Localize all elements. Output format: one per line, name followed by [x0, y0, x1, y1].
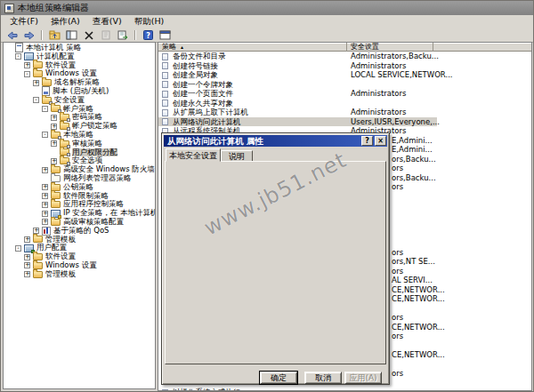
toolbar: ? [1, 28, 533, 43]
security-setting-cell: E,Admini... [392, 136, 433, 146]
expander-icon[interactable]: + [51, 124, 57, 130]
policy-doc-icon [162, 91, 168, 98]
folder-icon [33, 262, 43, 269]
expander-icon[interactable]: + [51, 115, 57, 121]
list-row[interactable]: 备份文件和目录Administrators,Backu... [158, 52, 531, 61]
expander-icon[interactable]: - [24, 71, 30, 77]
help-icon[interactable]: ? [141, 29, 156, 41]
folder-icon [33, 70, 43, 77]
list-row[interactable]: 创建符号链接Administrators [158, 61, 531, 71]
folder-lock-icon [42, 97, 52, 104]
tree-item[interactable]: +管理模板 [4, 270, 155, 279]
security-setting-cell: LOCAL SERVICE,NETWOR... [351, 70, 453, 80]
expander-icon[interactable]: + [24, 254, 30, 260]
tree-item-label: 管理模板 [45, 270, 76, 279]
expander-icon[interactable]: + [42, 167, 48, 173]
tree-item[interactable]: -用户配置 [4, 244, 155, 252]
expander-icon[interactable]: - [33, 97, 39, 103]
list-row[interactable]: 从扩展坞上取下计算机Administrators [158, 108, 531, 117]
expander-icon[interactable]: + [24, 236, 30, 243]
policy-name-cell: 创建一个令牌对象 [173, 80, 233, 90]
export-list-icon[interactable] [115, 29, 130, 41]
expander-icon[interactable]: + [24, 262, 30, 268]
menu-item[interactable]: 文件(F) [4, 15, 44, 28]
back-icon[interactable] [4, 29, 20, 41]
list-row[interactable]: 从网络访问此计算机Users,IUSR,Everyone,... [158, 117, 531, 127]
expander-icon[interactable]: + [42, 211, 48, 217]
folder-icon [51, 192, 61, 199]
ok-button[interactable]: 确定 [260, 372, 297, 384]
tree-item[interactable]: +管理模板 [4, 236, 155, 244]
menu-item[interactable]: 帮助(H) [128, 15, 171, 28]
folder-icon [51, 184, 61, 191]
security-setting-cell: AL SERVI... [392, 276, 433, 285]
security-setting-cell: ors,NT SE... [392, 257, 435, 267]
security-setting-cell: E,Admini... [392, 145, 433, 155]
toolbar-separator [41, 30, 43, 40]
gpedit-app-icon [4, 4, 14, 13]
cancel-button[interactable]: 取消 [304, 372, 342, 384]
expander-icon[interactable]: + [42, 202, 48, 208]
expander-icon[interactable]: + [24, 62, 30, 68]
properties-dialog: 从网络访问此计算机 属性 ? × 本地安全设置 说明 从网络访问此计算机 Adm… [161, 132, 390, 385]
tree-item[interactable]: +Windows 设置 [4, 261, 155, 270]
expander-icon[interactable]: + [42, 184, 48, 190]
policy-name-cell: 从网络访问此计算机 [173, 117, 241, 127]
expander-icon[interactable]: + [42, 193, 48, 199]
toolbar-separator [134, 30, 136, 40]
security-setting-cell: CE,NETWOR... [392, 285, 445, 295]
security-setting-cell: ors [392, 164, 403, 173]
menu-item[interactable]: 操作(A) [44, 15, 86, 28]
policy-name-cell: 创建全局对象 [173, 70, 218, 80]
menu-item[interactable]: 查看(V) [86, 15, 128, 28]
security-setting-cell: Administrators [351, 89, 406, 99]
expander-icon[interactable]: + [33, 80, 39, 86]
expander-icon[interactable]: - [15, 245, 21, 252]
new-window-icon[interactable] [158, 29, 173, 41]
list-row[interactable]: 创建永久共享对象 [158, 99, 531, 108]
folder-icon [33, 271, 43, 278]
expander-icon[interactable]: - [42, 106, 48, 112]
tree-item[interactable]: -计算机配置 [4, 52, 155, 61]
expander-icon[interactable]: - [15, 53, 21, 60]
folder-lock-icon [51, 132, 61, 139]
tree-item[interactable]: 本地计算机 策略 [4, 44, 155, 52]
tab-local-security-setting[interactable]: 本地安全设置 [166, 148, 221, 162]
policy-name-cell: 以操作系统方式执行 [173, 388, 241, 391]
tree-item[interactable]: +基于策略的 QoS [4, 227, 155, 236]
folder-icon [33, 253, 43, 260]
list-row[interactable]: 创建一个页面文件Administrators [158, 89, 531, 99]
list-row[interactable]: 以操作系统方式执行 [158, 388, 531, 391]
expander-icon[interactable]: + [51, 158, 57, 164]
column-header-policy-label: 策略 [162, 43, 176, 51]
forward-icon[interactable] [21, 29, 36, 41]
expander-icon[interactable]: + [51, 140, 57, 147]
folder-icon [51, 219, 61, 226]
column-header-setting[interactable]: 安全设置 [347, 43, 433, 52]
list-row[interactable]: 创建一个令牌对象 [158, 80, 531, 90]
dialog-help-icon[interactable]: ? [361, 136, 373, 146]
list-row[interactable]: 创建全局对象LOCAL SERVICE,NETWOR... [158, 70, 531, 80]
security-setting-cell: Users,IUSR,Everyone,... [351, 117, 440, 127]
window-title: 本地组策略编辑器 [18, 2, 89, 14]
expander-icon[interactable]: + [33, 228, 39, 234]
list-header: 策略▴ 安全设置 [158, 43, 531, 52]
delete-icon[interactable] [81, 29, 96, 41]
security-setting-cell: Administrators [351, 108, 406, 117]
console-icon [15, 43, 23, 52]
policy-doc-icon [162, 109, 168, 116]
column-header-policy[interactable]: 策略▴ [158, 43, 347, 52]
security-setting-cell: CE,NETWOR... [392, 323, 445, 332]
security-setting-cell: CE,NETWOR... [392, 294, 445, 304]
expander-icon[interactable]: + [24, 271, 30, 277]
dialog-close-icon[interactable]: × [375, 136, 386, 146]
up-one-level-icon[interactable] [47, 29, 62, 41]
security-setting-cell: ors [392, 332, 403, 341]
folder-icon [33, 236, 43, 243]
dialog-tab-page [165, 161, 386, 364]
security-setting-cell: ors,Backu... [392, 155, 436, 164]
folder-icon [51, 166, 61, 173]
expander-icon[interactable]: - [42, 132, 48, 138]
show-console-tree-icon[interactable] [64, 29, 79, 41]
expander-icon[interactable]: + [42, 219, 48, 225]
